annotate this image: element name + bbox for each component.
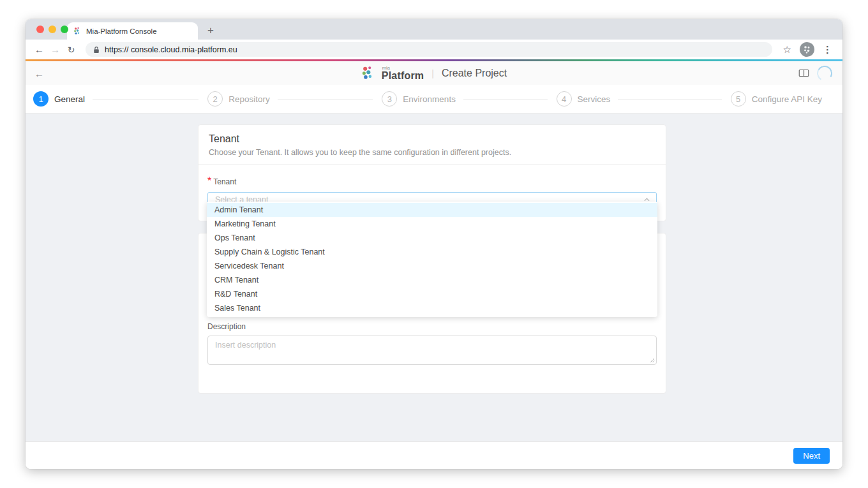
tenant-field-label: Tenant xyxy=(213,177,236,186)
new-tab-button[interactable]: + xyxy=(207,25,214,36)
browser-tab-strip: Mia-Platform Console + xyxy=(26,19,842,40)
page-title: Create Project xyxy=(442,68,507,79)
step-label: General xyxy=(54,94,85,104)
lock-icon xyxy=(93,46,100,54)
tenant-card-title: Tenant xyxy=(209,133,655,145)
loading-spinner xyxy=(815,64,834,82)
browser-toolbar: ← → ↻ https:// console.cloud.mia-platfor… xyxy=(26,40,842,59)
tab-title: Mia-Platform Console xyxy=(86,27,157,35)
browser-tab[interactable]: Mia-Platform Console xyxy=(67,22,198,40)
logo-platform-text: Platform xyxy=(382,71,424,81)
tenant-card-subtitle: Choose your Tenant. It allows you to kee… xyxy=(209,148,655,157)
description-field-label: Description xyxy=(207,322,657,331)
step-label: Repository xyxy=(228,94,270,104)
address-bar[interactable]: https:// console.cloud.mia-platform.eu xyxy=(86,42,772,57)
header-divider: | xyxy=(431,68,434,78)
dropdown-option-ops-tenant[interactable]: Ops Tenant xyxy=(207,231,657,245)
back-icon[interactable]: ← xyxy=(31,44,47,55)
tenant-dropdown-menu: Admin Tenant Marketing Tenant Ops Tenant… xyxy=(207,202,657,317)
mia-platform-logo: mia Platform | Create Project xyxy=(361,65,507,81)
step-connector xyxy=(278,99,373,100)
logo-mia-text: mia xyxy=(382,65,424,70)
step-connector xyxy=(463,99,548,100)
page-back-icon[interactable]: ← xyxy=(34,68,44,78)
dropdown-option-crm-tenant[interactable]: CRM Tenant xyxy=(207,273,657,287)
step-number: 4 xyxy=(557,91,572,107)
documentation-book-icon[interactable] xyxy=(798,69,809,78)
maximize-window-button[interactable] xyxy=(61,26,68,33)
step-number: 2 xyxy=(207,91,223,107)
close-window-button[interactable] xyxy=(36,26,44,33)
dropdown-option-admin-tenant[interactable]: Admin Tenant xyxy=(207,203,657,217)
url-text: https:// console.cloud.mia-platform.eu xyxy=(105,45,237,54)
window-controls xyxy=(36,26,68,33)
step-services[interactable]: 4 Services xyxy=(557,91,731,107)
step-label: Configure API Key xyxy=(752,94,822,104)
dropdown-option-sales-tenant[interactable]: Sales Tenant xyxy=(207,301,657,315)
forward-icon[interactable]: → xyxy=(47,44,63,55)
resize-handle-icon[interactable] xyxy=(650,358,655,363)
step-connector xyxy=(618,99,721,100)
browser-profile-avatar[interactable] xyxy=(800,42,814,57)
required-mark: * xyxy=(207,175,211,186)
step-label: Services xyxy=(578,94,611,104)
description-textarea[interactable] xyxy=(207,336,657,365)
minimize-window-button[interactable] xyxy=(49,26,56,33)
dropdown-option-marketing-tenant[interactable]: Marketing Tenant xyxy=(207,217,657,231)
mia-platform-logo-icon xyxy=(361,66,376,80)
browser-window: Mia-Platform Console + ← → ↻ https:// co… xyxy=(26,19,842,469)
console-header: ← mia Platform | Create Project xyxy=(26,61,842,85)
step-repository[interactable]: 2 Repository xyxy=(207,91,382,107)
wizard-content: Tenant Choose your Tenant. It allows you… xyxy=(26,114,842,441)
step-configure-api-key[interactable]: 5 Configure API Key xyxy=(731,91,830,107)
browser-menu-icon[interactable]: ⋮ xyxy=(823,44,832,55)
step-general[interactable]: 1 General xyxy=(33,91,207,107)
step-connector xyxy=(93,99,198,100)
dropdown-option-servicedesk-tenant[interactable]: Servicedesk Tenant xyxy=(207,259,657,273)
bookmark-star-icon[interactable]: ☆ xyxy=(783,44,791,55)
reload-icon[interactable]: ↻ xyxy=(63,45,79,55)
wizard-footer: Next xyxy=(26,441,842,469)
step-environments[interactable]: 3 Environments xyxy=(382,91,556,107)
wizard-stepper: 1 General 2 Repository 3 Environments 4 … xyxy=(26,85,842,114)
step-number: 1 xyxy=(33,91,49,107)
next-button[interactable]: Next xyxy=(793,448,830,464)
step-number: 3 xyxy=(382,91,397,107)
dropdown-option-supply-chain-logistic-tenant[interactable]: Supply Chain & Logistic Tenant xyxy=(207,245,657,259)
mia-platform-favicon xyxy=(73,27,82,35)
step-label: Environments xyxy=(403,94,456,104)
dropdown-option-rd-tenant[interactable]: R&D Tenant xyxy=(207,287,657,301)
step-number: 5 xyxy=(731,91,746,107)
